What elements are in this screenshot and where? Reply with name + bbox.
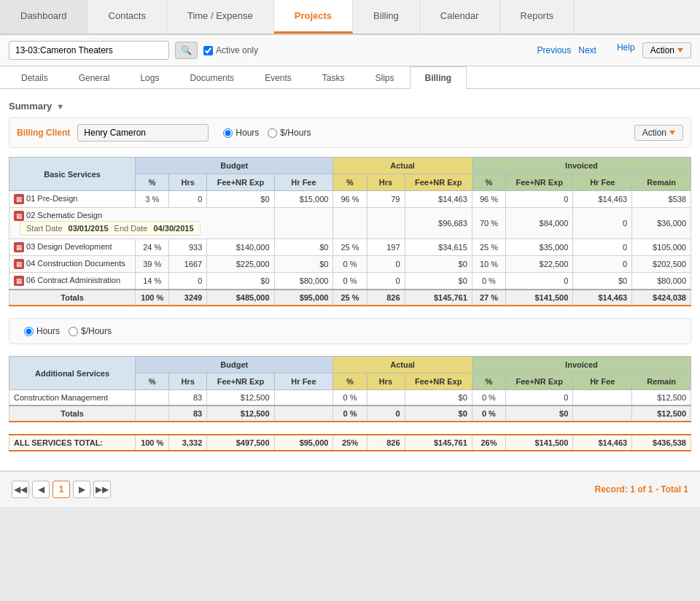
invoiced-remain-04: $202,500: [632, 256, 691, 273]
search-input[interactable]: [9, 41, 169, 60]
actual-pct-03: 25 %: [333, 239, 367, 256]
help-link[interactable]: Help: [617, 42, 635, 58]
radio-group: Hours $/Hours: [223, 128, 311, 138]
tab-contacts[interactable]: Contacts: [88, 0, 167, 34]
table-row: ▦ 06 Contract Administration 14 % 0 $0 $…: [9, 273, 691, 290]
all-budget-pct: 100 %: [136, 435, 169, 451]
tab-general[interactable]: General: [63, 66, 125, 89]
totals-invoiced-hrfee: $14,463: [573, 290, 632, 306]
current-page-input[interactable]: 1: [52, 481, 70, 498]
tab-events[interactable]: Events: [249, 66, 307, 89]
prev-page-button[interactable]: ◀: [32, 481, 50, 498]
tab-billing[interactable]: Billing: [410, 66, 467, 89]
tab-slips[interactable]: Slips: [360, 66, 410, 89]
budget-hrfee-header: Hr Fee: [274, 174, 333, 191]
radio-hours-input[interactable]: [223, 128, 233, 138]
add-actual-hrs-header: Hrs: [367, 373, 405, 390]
hours-radio-hours-input[interactable]: [24, 327, 34, 336]
invoiced-pct-header: %: [472, 174, 505, 191]
add-totals-actual-feenr: $0: [405, 406, 472, 422]
tab-calendar[interactable]: Calendar: [420, 0, 500, 34]
all-budget-feenr: $497,500: [207, 435, 274, 451]
active-only-checkbox[interactable]: [203, 46, 213, 55]
actual-feenr-header: Fee+NR Exp: [405, 174, 472, 191]
tab-tasks[interactable]: Tasks: [307, 66, 360, 89]
budget-feenr-01: $0: [207, 191, 274, 208]
all-actual-pct: 25%: [333, 435, 367, 451]
budget-pct-03: 24 %: [136, 239, 169, 256]
budget-hrfee-06: $80,000: [274, 273, 333, 290]
action-button[interactable]: Action: [642, 42, 691, 58]
actual-hrs-01: 79: [367, 191, 405, 208]
radio-hours[interactable]: Hours: [223, 128, 259, 138]
tab-logs[interactable]: Logs: [125, 66, 174, 89]
hours-radio-dollars-input[interactable]: [69, 327, 78, 336]
hours-section: Hours $/Hours: [9, 318, 691, 344]
calendar-icon-06[interactable]: ▦: [14, 276, 24, 286]
calendar-icon-02[interactable]: ▦: [14, 211, 24, 221]
next-link[interactable]: Next: [578, 45, 596, 55]
add-budget-hrs-cm: 83: [169, 390, 207, 406]
tab-time-expense[interactable]: Time / Expense: [167, 0, 274, 34]
tab-projects[interactable]: Projects: [274, 0, 353, 34]
first-page-button[interactable]: ◀◀: [12, 481, 29, 498]
search-button[interactable]: 🔍: [175, 42, 198, 59]
add-totals-invoiced-remain: $12,500: [632, 406, 691, 422]
calendar-icon-03[interactable]: ▦: [14, 242, 24, 252]
hours-radio-hours[interactable]: Hours: [24, 326, 60, 336]
radio-dollars-input[interactable]: [268, 128, 277, 138]
basic-services-totals-row: Totals 100 % 3249 $485,000 $95,000 25 % …: [9, 290, 691, 306]
active-only-label[interactable]: Active only: [203, 45, 258, 55]
actual-pct-06: 0 %: [333, 273, 367, 290]
tab-details[interactable]: Details: [6, 66, 63, 89]
budget-pct-04: 39 %: [136, 256, 169, 273]
summary-arrow-icon[interactable]: ▼: [56, 102, 64, 111]
table-row: ▦ 03 Design Development 24 % 933 $140,00…: [9, 239, 691, 256]
budget-feenr-06: $0: [207, 273, 274, 290]
all-actual-feenr: $145,761: [405, 435, 472, 451]
invoiced-remain-06: $80,000: [632, 273, 691, 290]
budget-hrfee-01: $15,000: [274, 191, 333, 208]
actual-pct-header: %: [333, 174, 367, 191]
budget-hrs-03: 933: [169, 239, 207, 256]
tab-billing[interactable]: Billing: [353, 0, 420, 34]
actual-hrs-03: 197: [367, 239, 405, 256]
add-invoiced-feenr-header: Fee+NR Exp: [506, 373, 573, 390]
billing-client-label: Billing Client: [17, 128, 70, 138]
add-budget-feenr-header: Fee+NR Exp: [207, 373, 274, 390]
table-row: Construction Management 83 $12,500 0 % $…: [9, 390, 691, 406]
last-page-button[interactable]: ▶▶: [93, 481, 111, 498]
invoiced-remain-02: $36,000: [632, 208, 691, 239]
actual-hrs-06: 0: [367, 273, 405, 290]
billing-action-button[interactable]: Action: [634, 125, 683, 141]
add-totals-actual-hrs: 0: [367, 406, 405, 422]
budget-feenr-03: $140,000: [207, 239, 274, 256]
invoiced-hrfee-header: Hr Fee: [573, 174, 632, 191]
billing-client-input[interactable]: [77, 124, 209, 141]
add-totals-actual-pct: 0 %: [333, 406, 367, 422]
totals-budget-hrfee: $95,000: [274, 290, 333, 306]
budget-feenr-header: Fee+NR Exp: [207, 174, 274, 191]
table-row: ▦ 04 Construction Documents 39 % 1667 $2…: [9, 256, 691, 273]
record-info: Record: 1 of 1 - Total 1: [595, 484, 688, 495]
next-page-button[interactable]: ▶: [73, 481, 90, 498]
budget-pct-01: 3 %: [136, 191, 169, 208]
add-invoiced-pct-cm: 0 %: [472, 390, 505, 406]
totals-budget-pct: 100 %: [136, 290, 169, 306]
nav-links: Previous Next: [537, 45, 596, 55]
additional-services-section: Additional Services Budget Actual Invoic…: [9, 356, 691, 422]
tab-reports[interactable]: Reports: [500, 0, 575, 34]
service-name-04: ▦ 04 Construction Documents: [9, 256, 136, 273]
previous-link[interactable]: Previous: [537, 45, 572, 55]
calendar-icon-01[interactable]: ▦: [14, 194, 24, 204]
table-row: ▦ 01 Pre-Design 3 % 0 $0 $15,000 96 % 79…: [9, 191, 691, 208]
calendar-icon-04[interactable]: ▦: [14, 259, 24, 269]
budget-hrs-06: 0: [169, 273, 207, 290]
invoiced-pct-03: 25 %: [472, 239, 505, 256]
tab-documents[interactable]: Documents: [174, 66, 249, 89]
pagination-controls: ◀◀ ◀ 1 ▶ ▶▶: [12, 481, 111, 498]
radio-dollars[interactable]: $/Hours: [268, 128, 311, 138]
hours-radio-dollars[interactable]: $/Hours: [69, 326, 112, 336]
tab-dashboard[interactable]: Dashboard: [0, 0, 88, 34]
invoiced-remain-01: $538: [632, 191, 691, 208]
